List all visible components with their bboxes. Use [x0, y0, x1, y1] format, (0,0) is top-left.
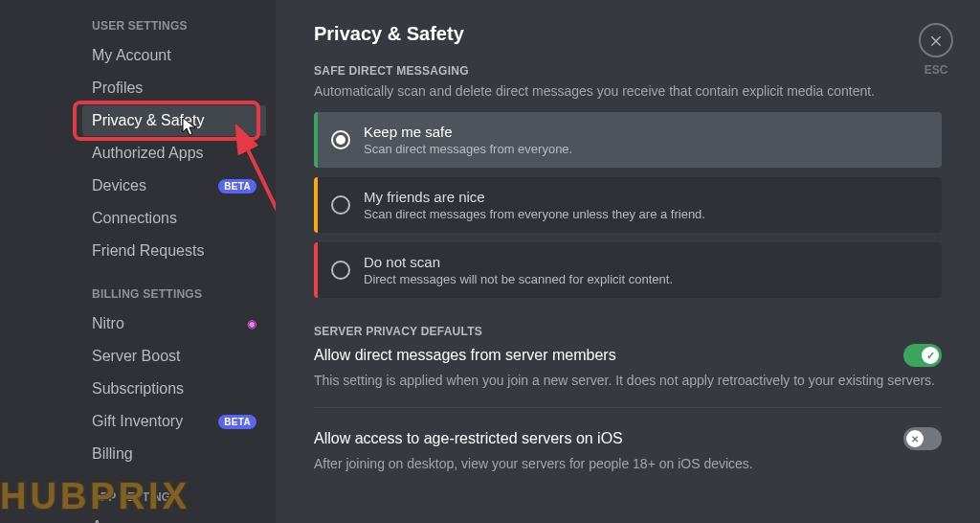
- page-title: Privacy & Safety: [314, 23, 942, 45]
- sidebar-item-server-boost[interactable]: Server Boost: [82, 341, 266, 372]
- sidebar-item-subscriptions[interactable]: Subscriptions: [82, 374, 266, 404]
- toggle-knob-icon: [922, 347, 939, 364]
- sidebar-item-label: Devices: [92, 177, 146, 194]
- sidebar-item-privacy-safety[interactable]: Privacy & Safety: [82, 105, 266, 136]
- allow-dm-toggle[interactable]: [903, 344, 942, 367]
- radio-my-friends-are-nice[interactable]: My friends are nice Scan direct messages…: [314, 177, 942, 233]
- divider: [314, 407, 942, 408]
- radio-desc: Direct messages will not be scanned for …: [364, 272, 673, 286]
- allow-dm-desc: This setting is applied when you join a …: [314, 373, 942, 388]
- sidebar-section-user-header: USER SETTINGS: [92, 19, 266, 33]
- sidebar-item-devices[interactable]: DevicesBETA: [82, 171, 266, 201]
- age-restricted-title: Allow access to age-restricted servers o…: [314, 430, 623, 447]
- sidebar-item-label: Profiles: [92, 80, 143, 97]
- radio-title: Do not scan: [364, 254, 673, 270]
- server-privacy-header: SERVER PRIVACY DEFAULTS: [314, 325, 942, 338]
- sidebar-item-label: Authorized Apps: [92, 145, 204, 162]
- sidebar-item-nitro[interactable]: Nitro◉: [82, 308, 266, 339]
- radio-desc: Scan direct messages from everyone unles…: [364, 207, 705, 221]
- sidebar-item-gift-inventory[interactable]: Gift InventoryBETA: [82, 406, 266, 437]
- radio-do-not-scan[interactable]: Do not scan Direct messages will not be …: [314, 242, 942, 298]
- sidebar-item-connections[interactable]: Connections: [82, 203, 266, 234]
- nitro-icon: ◉: [247, 317, 256, 330]
- sidebar-item-label: Gift Inventory: [92, 413, 183, 430]
- beta-badge: BETA: [218, 179, 256, 193]
- sidebar-item-label: Privacy & Safety: [92, 112, 204, 129]
- sidebar-item-my-account[interactable]: My Account: [82, 40, 266, 71]
- close-label: ESC: [924, 63, 948, 77]
- sidebar-item-label: Nitro: [92, 315, 124, 332]
- sidebar-item-label: Friend Requests: [92, 242, 204, 260]
- close-button[interactable]: [919, 23, 953, 57]
- sidebar-section-app-header: APP SETTINGS: [92, 490, 266, 504]
- sidebar-item-appearance[interactable]: Appearance: [82, 512, 266, 523]
- radio-title: Keep me safe: [364, 124, 572, 140]
- sidebar-item-label: Connections: [92, 210, 177, 227]
- sidebar-item-authorized-apps[interactable]: Authorized Apps: [82, 138, 266, 169]
- safe-dm-desc: Automatically scan and delete direct mes…: [314, 83, 942, 99]
- settings-sidebar: USER SETTINGS My Account Profiles Privac…: [0, 0, 276, 523]
- age-restricted-desc: After joining on desktop, view your serv…: [314, 456, 942, 471]
- toggle-knob-icon: [906, 430, 924, 447]
- sidebar-item-label: My Account: [92, 47, 171, 64]
- beta-badge: BETA: [218, 415, 256, 429]
- age-restricted-toggle[interactable]: [903, 427, 942, 450]
- close-icon: [928, 33, 944, 48]
- sidebar-section-billing-header: BILLING SETTINGS: [92, 287, 266, 301]
- radio-indicator-icon: [331, 195, 350, 215]
- radio-title: My friends are nice: [364, 189, 705, 205]
- sidebar-item-label: Subscriptions: [92, 380, 184, 398]
- sidebar-item-billing[interactable]: Billing: [82, 439, 266, 469]
- sidebar-item-label: Billing: [92, 445, 133, 463]
- settings-content: ESC Privacy & Safety SAFE DIRECT MESSAGI…: [276, 0, 980, 523]
- radio-indicator-icon: [331, 130, 350, 149]
- sidebar-item-friend-requests[interactable]: Friend Requests: [82, 236, 266, 266]
- close-settings-group: ESC: [919, 23, 953, 77]
- sidebar-item-label: Appearance: [92, 518, 174, 523]
- allow-dm-title: Allow direct messages from server member…: [314, 347, 616, 364]
- radio-indicator-icon: [331, 261, 350, 280]
- safe-dm-header: SAFE DIRECT MESSAGING: [314, 64, 942, 78]
- sidebar-item-label: Server Boost: [92, 348, 180, 365]
- radio-desc: Scan direct messages from everyone.: [364, 142, 572, 156]
- radio-keep-me-safe[interactable]: Keep me safe Scan direct messages from e…: [314, 112, 942, 168]
- sidebar-item-profiles[interactable]: Profiles: [82, 73, 266, 103]
